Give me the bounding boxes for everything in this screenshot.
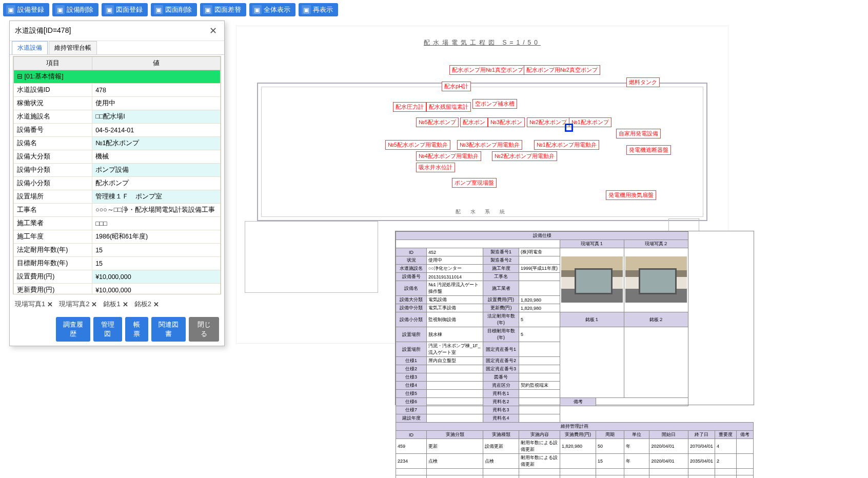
callout-№5配水ポンプ用電動弁[interactable]: №5配水ポンプ用電動弁 (385, 140, 450, 150)
toolbar-設備削除[interactable]: ▣設備削除 (52, 3, 98, 16)
callout-空ポンプ補水槽[interactable]: 空ポンプ補水槽 (472, 99, 517, 109)
callout-配水ポンプ用№2真空ポンプ[interactable]: 配水ポンプ用№2真空ポンプ (524, 65, 600, 75)
prop-value[interactable]: 管理棟１Ｆ ポンプ室 (92, 190, 221, 204)
toolbar-再表示[interactable]: ▣再表示 (299, 3, 338, 16)
prop-value[interactable]: 04-5-2414-01 (92, 124, 221, 137)
toolbar-図面削除[interactable]: ▣図面削除 (151, 3, 197, 16)
spec-key: 図番号 (483, 373, 519, 382)
col-value: 値 (92, 57, 221, 70)
toolbar-図面登録[interactable]: ▣図面登録 (102, 3, 148, 16)
callout-№1配水ポンプ[interactable]: №1配水ポンプ (569, 117, 611, 127)
spec-key: 更新費(円) (483, 304, 519, 312)
selected-equipment-marker[interactable] (565, 124, 573, 132)
close-icon[interactable]: ✕ (91, 301, 97, 308)
spec-key: 仕様4 (396, 382, 427, 390)
photo-tab-現場写真2[interactable]: 現場写真2✕ (59, 300, 97, 309)
photo-tab-銘板1[interactable]: 銘板1✕ (103, 300, 128, 309)
spec-key: 目標耐用年数(年) (483, 327, 519, 342)
plan-row[interactable]: 459更新設備更新耐用年数による設備更新1,820,98050年2020/04/… (396, 439, 754, 454)
prop-value[interactable]: □□配水場I (92, 110, 221, 124)
close-button[interactable]: 閉じる (189, 317, 219, 342)
site-photo-1[interactable] (561, 256, 623, 303)
photo-tabs: 現場写真1✕現場写真2✕銘板1✕銘板2✕ (10, 295, 224, 313)
spec-key: 設置費用(円) (483, 296, 519, 304)
spec-key: 施工業者 (483, 281, 519, 296)
callout-№3配水ポン[interactable]: №3配水ポン (488, 117, 525, 127)
nameplate-2[interactable] (624, 327, 688, 398)
spec-header: 設備仕様 (396, 232, 688, 240)
callout-№2配水ポンプ[interactable]: №2配水ポンプ (527, 117, 569, 127)
tab-維持管理台帳[interactable]: 維持管理台帳 (49, 41, 97, 54)
toolbar-設備登録[interactable]: ▣設備登録 (3, 3, 49, 16)
prop-value[interactable]: 478 (92, 84, 221, 97)
close-icon[interactable]: ✕ (47, 301, 53, 308)
close-icon[interactable]: ✕ (153, 301, 159, 308)
prop-value[interactable]: 配水ポンプ (92, 177, 221, 190)
dialog-title: 水道設備[ID=478] (15, 26, 71, 35)
callout-配水ポン[interactable]: 配水ポン (460, 117, 488, 127)
toolbar-label: 図面削除 (165, 5, 192, 14)
action-管理図[interactable]: 管理図 (93, 317, 122, 342)
dialog-actions: 調査履歴管理図帳票関連図書閉じる (10, 313, 224, 346)
prop-value[interactable]: ポンプ設備 (92, 164, 221, 177)
toolbar: ▣設備登録▣設備削除▣図面登録▣図面削除▣図面差替▣全体表示▣再表示 (0, 0, 868, 19)
action-調査履歴[interactable]: 調査履歴 (56, 317, 90, 342)
toolbar-label: 再表示 (313, 5, 333, 14)
callout-配水ポンプ用№1真空ポンプ[interactable]: 配水ポンプ用№1真空ポンプ (449, 65, 526, 75)
plan-row[interactable]: 2234点検点検耐用年数による設備更新15年2020/04/012035/04/… (396, 454, 754, 469)
action-帳票[interactable]: 帳票 (125, 317, 148, 342)
callout-№5配水ポンプ[interactable]: №5配水ポンプ (416, 117, 459, 127)
site-photo-2[interactable] (625, 256, 687, 303)
prop-key: 設備大分類 (14, 150, 92, 164)
callout-ポンプ室現場盤[interactable]: ポンプ室現場盤 (452, 178, 497, 188)
prop-value[interactable]: ¥10,000,000 (92, 270, 221, 284)
toolbar-全体表示[interactable]: ▣全体表示 (249, 3, 295, 16)
dialog-tabs: 水道設備維持管理台帳 (10, 41, 224, 55)
spec-val: 2013191311014 (427, 273, 483, 281)
prop-value[interactable]: №1配水ポンプ (92, 137, 221, 150)
spec-key: 固定資産番号3 (483, 365, 519, 373)
callout-配水圧力計[interactable]: 配水圧力計 (393, 102, 426, 112)
callout-配水残留塩素計[interactable]: 配水残留塩素計 (426, 102, 471, 112)
tab-水道設備[interactable]: 水道設備 (12, 41, 48, 54)
swap-icon: ▣ (203, 5, 212, 14)
callout-№2配水ポンプ用電動弁[interactable]: №2配水ポンプ用電動弁 (492, 151, 557, 161)
callout-燃料タンク[interactable]: 燃料タンク (626, 77, 660, 87)
spec-val (519, 414, 560, 423)
prop-value[interactable]: 使用中 (92, 97, 221, 110)
spec-val: 電気設備 (427, 296, 483, 304)
nameplate-1[interactable] (560, 327, 624, 398)
spec-val: 5 (519, 327, 560, 342)
doc-icon: ▣ (105, 5, 114, 14)
callout-発電機用換気扇盤[interactable]: 発電機用換気扇盤 (606, 190, 656, 200)
toolbar-図面差替[interactable]: ▣図面差替 (200, 3, 246, 16)
prop-value[interactable]: 15 (92, 244, 221, 257)
prop-value[interactable]: ○○○～□□浄・配水場間電気計装設備工事 (92, 204, 221, 217)
prop-value[interactable]: □□□ (92, 217, 221, 230)
prop-key: 設備番号 (14, 124, 92, 137)
spec-key: 設置場所 (396, 342, 427, 357)
prop-key: 施工年度 (14, 230, 92, 244)
callout-配水pH計[interactable]: 配水pH計 (442, 82, 471, 91)
action-関連図書[interactable]: 関連図書 (151, 317, 186, 342)
prop-value[interactable]: 1986(昭和61年度) (92, 230, 221, 244)
callout-自家用発電設備[interactable]: 自家用発電設備 (616, 129, 661, 138)
close-icon[interactable]: ✕ (207, 25, 219, 36)
spec-val (519, 273, 560, 281)
spec-key: 状況 (396, 256, 427, 265)
spec-key: 資料名3 (483, 406, 519, 414)
callout-№1配水ポンプ用電動弁[interactable]: №1配水ポンプ用電動弁 (534, 140, 599, 150)
photo-tab-現場写真1[interactable]: 現場写真1✕ (15, 300, 53, 309)
callout-発電機遮断器盤[interactable]: 発電機遮断器盤 (626, 145, 671, 155)
prop-value[interactable]: 機械 (92, 150, 221, 164)
prop-value[interactable]: 15 (92, 257, 221, 270)
prop-value[interactable]: ¥10,000,000 (92, 284, 221, 295)
callout-№4配水ポンプ用電動弁[interactable]: №4配水ポンプ用電動弁 (416, 151, 481, 161)
property-table-wrap[interactable]: 項目 値 ⊟ [01:基本情報]水道設備ID478稼働状況使用中水道施設名□□配… (13, 56, 221, 294)
photo-tab-銘板2[interactable]: 銘板2✕ (134, 300, 159, 309)
close-icon[interactable]: ✕ (123, 301, 128, 308)
callout-№3配水ポンプ用電動弁[interactable]: №3配水ポンプ用電動弁 (457, 140, 522, 150)
callout-吸水井水位計[interactable]: 吸水井水位計 (416, 163, 455, 172)
prop-key: 工事名 (14, 204, 92, 217)
spec-val (427, 398, 483, 406)
